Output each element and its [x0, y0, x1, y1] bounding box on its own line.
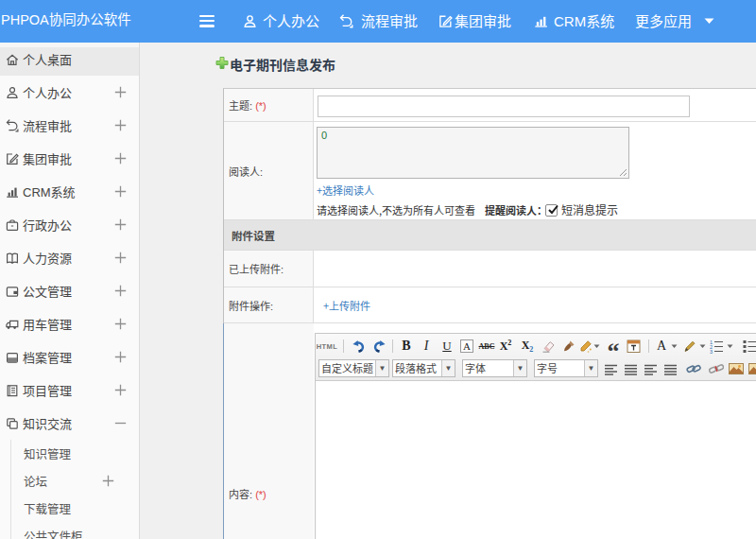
svg-text:3: 3 — [710, 349, 713, 355]
